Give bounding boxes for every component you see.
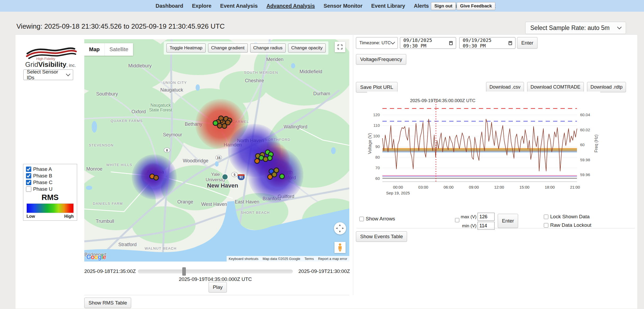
- lock-shown-data-row: Lock Shown Data: [544, 214, 590, 220]
- rms-legend-title: RMS: [26, 193, 74, 202]
- page-title: Viewing: 2025-09-18 21:30:45.526 to 2025…: [16, 22, 225, 31]
- map-mode-button[interactable]: Map: [84, 43, 104, 56]
- sensor-marker-orange[interactable]: [254, 158, 260, 164]
- toggle-heatmap-button[interactable]: Toggle Heatmap: [166, 43, 206, 53]
- show-events-table-button[interactable]: Show Events Table: [356, 231, 407, 242]
- phase-row: Phase U: [26, 186, 74, 192]
- chevron-down-icon: [66, 72, 70, 76]
- pan-control[interactable]: ▴ ▾ ◂ ▸: [334, 222, 346, 234]
- svg-text:Voltage (V): Voltage (V): [368, 133, 372, 154]
- checkbox-phase-a[interactable]: [26, 167, 31, 172]
- change-gradient-button[interactable]: Change gradient: [208, 43, 248, 53]
- map-terrain: [84, 39, 349, 262]
- sample-rate-label: Select Sample Rate: auto 5m: [530, 24, 610, 32]
- pan-right-icon[interactable]: ▸: [342, 226, 344, 230]
- pan-down-icon[interactable]: ▾: [339, 229, 341, 233]
- phase-label: Phase B: [33, 173, 52, 179]
- svg-text:60.04: 60.04: [580, 112, 590, 117]
- route-shield-91-icon: 91: [238, 174, 245, 180]
- nav-item-explore[interactable]: Explore: [192, 3, 211, 9]
- attribution-map-data-2025-google[interactable]: Map data ©2025 Google: [261, 256, 302, 262]
- attribution-terms[interactable]: Terms: [302, 256, 316, 262]
- google-logo-letter: G: [86, 254, 91, 260]
- google-logo-letter: g: [98, 254, 101, 260]
- play-button[interactable]: Play: [209, 282, 227, 293]
- gridvisibility-logo: High Fidelity GridVisibility, inc.: [25, 45, 78, 63]
- time-slider-handle[interactable]: [182, 267, 186, 276]
- route-shield-5-icon: 5: [231, 172, 238, 177]
- svg-text:15:00: 15:00: [519, 185, 530, 189]
- nav-item-alerts[interactable]: Alerts: [414, 3, 429, 9]
- enter-timerange-button[interactable]: Enter: [517, 37, 537, 49]
- checkbox-phase-c[interactable]: [26, 180, 31, 185]
- nav-item-dashboard[interactable]: Dashboard: [156, 3, 183, 9]
- show-arrows-checkbox[interactable]: [359, 217, 364, 221]
- rms-low-label: Low: [27, 214, 35, 219]
- pan-up-icon[interactable]: ▴: [339, 223, 341, 227]
- sensor-marker-brown[interactable]: [222, 123, 227, 129]
- change-opacity-button[interactable]: Change opacity: [288, 43, 326, 53]
- sensor-ids-select[interactable]: Select Sensor IDs: [23, 69, 73, 80]
- svg-text:90: 90: [375, 144, 380, 149]
- give-feedback-button[interactable]: Give Feedback: [457, 2, 495, 10]
- show-arrows-label: Show Arrows: [366, 216, 395, 222]
- save-plot-url-button[interactable]: Save Plot URL: [356, 82, 398, 93]
- top-nav-bar: DashboardExploreEvent AnalysisAdvanced A…: [0, 0, 644, 12]
- logo-text: GridVisibility, inc.: [25, 60, 76, 69]
- checkbox-phase-b[interactable]: [26, 173, 31, 179]
- calendar-icon[interactable]: [449, 41, 453, 45]
- voltage-frequency-button[interactable]: Voltage/Frequency: [356, 54, 406, 65]
- sensor-marker-brown[interactable]: [153, 175, 159, 181]
- chart-svg[interactable]: 1201101009080706060.0460.026059.9859.960…: [367, 92, 600, 198]
- change-radius-button[interactable]: Change radius: [250, 43, 286, 53]
- fullscreen-icon: [338, 45, 342, 49]
- nav-item-advanced-analysis[interactable]: Advanced Analysis: [266, 3, 315, 9]
- checkbox-phase-u[interactable]: [26, 186, 31, 192]
- calendar-icon[interactable]: [509, 41, 512, 45]
- map-canvas[interactable]: MiddleburyNaugatuckUNION CITYNaugatuck S…: [84, 39, 349, 262]
- voltage-frequency-chart[interactable]: 1201101009080706060.0460.026059.9859.960…: [367, 92, 600, 198]
- raw-data-lockout-checkbox[interactable]: [544, 223, 548, 228]
- download-csv-button[interactable]: Download .csv: [486, 82, 524, 92]
- lock-shown-data-checkbox[interactable]: [544, 215, 548, 219]
- sign-out-button[interactable]: Sign out: [431, 2, 456, 10]
- svg-text:100: 100: [373, 134, 380, 138]
- minmax-apply-checkbox[interactable]: [455, 218, 459, 222]
- yale-university-poi-icon[interactable]: [222, 174, 228, 180]
- attribution-report-a-map-error[interactable]: Report a map error: [316, 256, 349, 262]
- attribution-keyboard-shortcuts[interactable]: Keyboard shortcuts: [227, 256, 261, 262]
- time-slider-track[interactable]: [138, 269, 293, 273]
- pan-left-icon[interactable]: ◂: [336, 226, 338, 230]
- download-comtrade-button[interactable]: Download COMTRADE: [527, 82, 584, 92]
- sensor-ids-label: Select Sensor IDs: [27, 69, 67, 81]
- sample-rate-select[interactable]: Select Sample Rate: auto 5m: [525, 22, 626, 34]
- svg-text:18:00: 18:00: [545, 185, 555, 189]
- google-logo[interactable]: Google: [86, 254, 106, 261]
- download-rdtp-button[interactable]: Download .rdtp: [587, 82, 626, 92]
- show-rms-table-button[interactable]: Show RMS Table: [84, 298, 131, 308]
- satellite-mode-button[interactable]: Satellite: [104, 43, 133, 56]
- google-logo-letter: e: [103, 254, 106, 260]
- raw-data-lockout-label: Raw Data Lockout: [550, 222, 591, 228]
- slider-start-label: 2025-09-18T21:35:00Z: [84, 268, 136, 274]
- svg-text:59.96: 59.96: [580, 172, 590, 177]
- sensor-marker-green[interactable]: [279, 174, 285, 179]
- fullscreen-button[interactable]: [335, 42, 345, 52]
- end-datetime-input[interactable]: 09/19/2025 09:30 PM: [459, 37, 515, 49]
- svg-text:70: 70: [375, 166, 380, 170]
- max-v-input[interactable]: [478, 213, 495, 221]
- enter-minmax-button[interactable]: Enter: [498, 214, 518, 228]
- sensor-marker-orange[interactable]: [220, 120, 223, 123]
- raw-data-lockout-row: Raw Data Lockout: [544, 222, 591, 228]
- nav-item-event-analysis[interactable]: Event Analysis: [220, 3, 258, 9]
- timezone-select[interactable]: Timezone: UTC: [356, 37, 398, 49]
- sensor-marker-green[interactable]: [213, 120, 218, 126]
- sensor-marker-orange[interactable]: [267, 174, 273, 180]
- nav-item-sensor-monitor[interactable]: Sensor Monitor: [324, 3, 363, 9]
- street-view-pegman-button[interactable]: [334, 242, 346, 253]
- phase-row: Phase B: [26, 173, 74, 179]
- start-datetime-input[interactable]: 09/18/2025 09:30 PM: [400, 37, 456, 49]
- sensor-marker-olive[interactable]: [263, 156, 268, 162]
- min-v-input[interactable]: [478, 222, 495, 230]
- nav-item-event-library[interactable]: Event Library: [371, 3, 405, 9]
